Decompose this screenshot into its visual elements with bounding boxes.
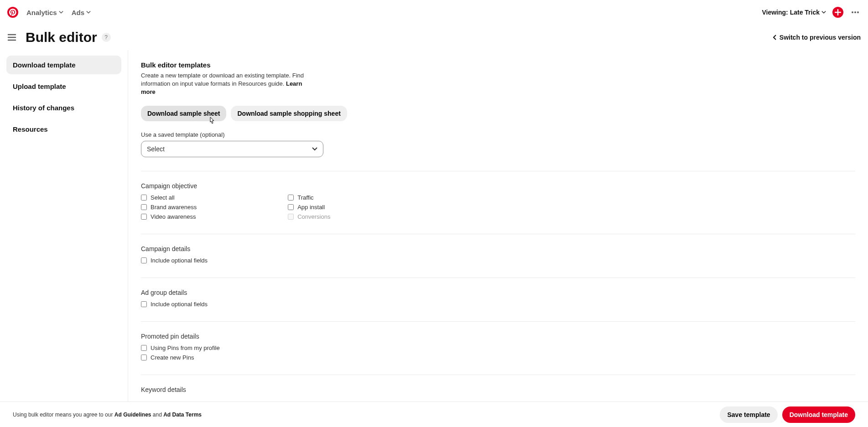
- analytics-label: Analytics: [26, 9, 57, 16]
- svg-point-2: [857, 11, 859, 13]
- svg-point-1: [854, 11, 856, 13]
- chevron-down-icon: [59, 10, 63, 15]
- page-header: Bulk editor ? Switch to previous version: [0, 25, 868, 50]
- account-switcher[interactable]: Viewing: Late Trick: [762, 9, 826, 16]
- switch-version-link[interactable]: Switch to previous version: [772, 34, 861, 41]
- chevron-down-icon: [821, 10, 826, 15]
- chevron-left-icon: [772, 35, 778, 40]
- ellipsis-icon: [851, 8, 859, 16]
- plus-icon: [835, 9, 841, 15]
- analytics-menu[interactable]: Analytics: [26, 9, 63, 16]
- ads-label: Ads: [72, 9, 84, 16]
- create-button[interactable]: [832, 7, 843, 18]
- page-title: Bulk editor: [26, 30, 97, 45]
- viewing-label: Viewing: Late Trick: [762, 9, 820, 16]
- help-icon[interactable]: ?: [102, 33, 111, 42]
- menu-icon[interactable]: [7, 33, 16, 42]
- chevron-down-icon: [86, 10, 91, 15]
- svg-point-0: [852, 11, 853, 13]
- more-menu[interactable]: [850, 7, 861, 18]
- pinterest-logo[interactable]: [7, 7, 18, 18]
- ads-menu[interactable]: Ads: [72, 9, 91, 16]
- top-nav: Analytics Ads Viewing: Late Trick: [0, 0, 868, 25]
- switch-version-label: Switch to previous version: [780, 34, 861, 41]
